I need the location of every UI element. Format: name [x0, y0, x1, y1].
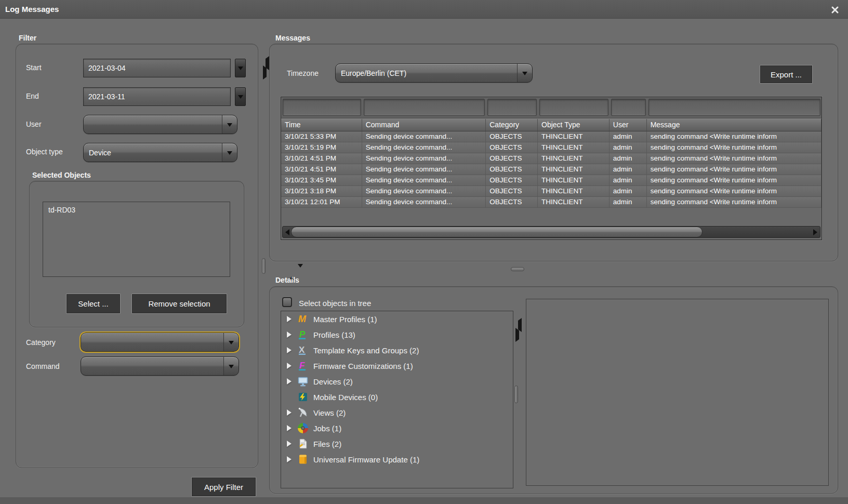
column-header[interactable]: User [610, 119, 647, 131]
end-date-input[interactable]: 2021-03-11 [83, 87, 231, 106]
template-keys-icon: X [297, 344, 309, 356]
messages-section-label: Messages [275, 34, 310, 42]
column-filter-input[interactable] [647, 97, 822, 118]
tree-item[interactable]: Mobile Devices (0) [281, 389, 513, 405]
window-title: Log Messages [0, 5, 59, 14]
tree-item-label: Profiles (13) [313, 330, 355, 339]
details-vertical-splitter-grip[interactable] [514, 386, 518, 403]
close-icon[interactable] [829, 4, 841, 16]
table-cell: Sending device command... [362, 197, 486, 207]
table-cell: admin [610, 131, 647, 142]
tree-item[interactable]: XTemplate Keys and Groups (2) [281, 342, 513, 358]
tree-item[interactable]: MMaster Profiles (1) [281, 311, 513, 327]
tree-item[interactable]: Views (2) [281, 405, 513, 420]
object-type-combobox[interactable]: Device [83, 143, 237, 162]
tree-item-label: Master Profiles (1) [313, 315, 377, 324]
selected-objects-list[interactable]: td-RD03 [43, 202, 230, 277]
tree-item[interactable]: PProfiles (13) [281, 327, 513, 342]
tree-item[interactable]: Files (2) [281, 436, 513, 452]
list-item[interactable]: td-RD03 [43, 202, 230, 214]
expand-arrow-icon[interactable] [287, 315, 294, 323]
table-row[interactable]: 3/10/21 4:51 PMSending device command...… [281, 164, 822, 175]
devices-icon [297, 376, 309, 387]
tree-item-label: Firmware Customizations (1) [313, 362, 413, 370]
object-type-label: Object type [26, 148, 63, 156]
expand-arrow-icon[interactable] [287, 425, 294, 432]
expand-arrow-icon[interactable] [287, 456, 294, 463]
column-header[interactable]: Command [362, 119, 486, 131]
tree-item-label: Jobs (1) [313, 424, 341, 433]
table-cell: THINCLIENT [538, 164, 610, 175]
splitter-expand-right-icon[interactable] [263, 68, 269, 77]
table-cell: sending command <Write runtime inform [647, 142, 822, 153]
tree-item[interactable]: Universal Firmware Update (1) [281, 452, 513, 467]
horizontal-splitter-grip[interactable] [511, 267, 524, 271]
start-date-input[interactable]: 2021-03-04 [83, 59, 231, 77]
remove-selection-button[interactable]: Remove selection [131, 294, 227, 314]
log-messages-dialog: { "window": { "title": "Log Messages" },… [0, 0, 848, 504]
column-filter-input[interactable] [281, 97, 362, 118]
start-label: Start [26, 63, 42, 72]
expand-arrow-icon[interactable] [287, 378, 294, 385]
column-filter-input[interactable] [538, 97, 610, 118]
table-cell: admin [610, 186, 647, 196]
table-cell: sending command <Write runtime inform [647, 153, 822, 164]
filter-section-label: Filter [19, 34, 36, 42]
selected-objects-section-label: Selected Objects [32, 171, 91, 179]
table-cell: sending command <Write runtime inform [647, 164, 822, 175]
start-date-dropdown-button[interactable] [235, 59, 246, 77]
details-section-label: Details [275, 276, 299, 284]
column-header[interactable]: Object Type [538, 119, 610, 131]
expand-arrow-icon[interactable] [287, 409, 294, 416]
user-combobox[interactable] [83, 115, 237, 134]
end-date-value: 2021-03-11 [88, 92, 125, 101]
table-cell: 3/10/21 5:19 PM [281, 142, 362, 153]
horizontal-scrollbar[interactable] [282, 226, 820, 238]
files-icon [297, 438, 309, 449]
universal-firmware-update-icon [297, 454, 309, 465]
svg-text:F: F [299, 361, 305, 370]
column-header[interactable]: Time [281, 119, 362, 131]
tree-item[interactable]: Devices (2) [281, 374, 513, 389]
details-splitter-expand-right-icon[interactable] [515, 330, 522, 340]
table-cell: 3/10/21 3:18 PM [281, 186, 362, 196]
table-row[interactable]: 3/10/21 3:18 PMSending device command...… [281, 186, 822, 197]
table-cell: Sending device command... [362, 131, 486, 142]
column-filter-input[interactable] [362, 97, 486, 118]
table-row[interactable]: 3/10/21 12:01 PMSending device command..… [281, 197, 822, 208]
column-header[interactable]: Message [647, 119, 822, 131]
tree-item[interactable]: FFirmware Customizations (1) [281, 358, 513, 374]
scrollbar-thumb[interactable] [291, 227, 703, 237]
tree-item[interactable]: Jobs (1) [281, 420, 513, 436]
export-button[interactable]: Export ... [760, 65, 813, 84]
apply-filter-button[interactable]: Apply Filter [191, 477, 256, 497]
expand-arrow-icon[interactable] [287, 347, 294, 354]
firmware-customizations-icon: F [297, 360, 309, 372]
table-filter-row [281, 97, 822, 118]
vertical-splitter-grip[interactable] [262, 258, 266, 274]
end-date-dropdown-button[interactable] [235, 87, 246, 106]
select-objects-in-tree-checkbox[interactable] [282, 297, 292, 307]
table-row[interactable]: 3/10/21 5:33 PMSending device command...… [281, 131, 822, 142]
table-cell: admin [610, 164, 647, 175]
chevron-down-icon [222, 115, 237, 134]
command-label: Command [26, 362, 60, 370]
table-row[interactable]: 3/10/21 5:19 PMSending device command...… [281, 142, 822, 153]
scroll-right-icon[interactable] [811, 227, 820, 237]
table-row[interactable]: 3/10/21 3:45 PMSending device command...… [281, 175, 822, 186]
expand-arrow-icon[interactable] [287, 331, 294, 338]
table-cell: sending command <Write runtime inform [647, 197, 822, 207]
column-header[interactable]: Category [486, 119, 538, 131]
table-row[interactable]: 3/10/21 4:51 PMSending device command...… [281, 153, 822, 164]
category-combobox[interactable] [81, 333, 239, 352]
expand-arrow-icon[interactable] [287, 440, 294, 447]
command-combobox[interactable] [81, 356, 239, 376]
column-filter-input[interactable] [486, 97, 538, 118]
table-cell: Sending device command... [362, 153, 486, 164]
expand-arrow-icon[interactable] [287, 362, 294, 369]
select-button[interactable]: Select ... [66, 294, 121, 314]
timezone-combobox[interactable]: Europe/Berlin (CET) [335, 63, 533, 83]
scroll-left-icon[interactable] [283, 227, 292, 237]
column-filter-input[interactable] [610, 97, 647, 118]
table-cell: THINCLIENT [538, 186, 610, 196]
